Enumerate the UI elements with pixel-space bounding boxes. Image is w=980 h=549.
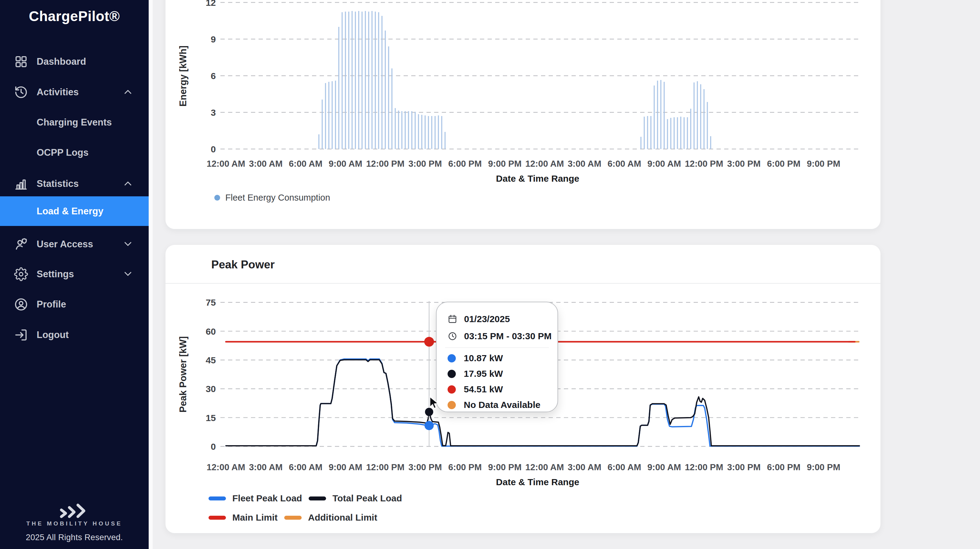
- legend-label: Main Limit: [232, 512, 277, 523]
- sidebar-item-dashboard[interactable]: Dashboard: [0, 47, 149, 76]
- legend-label: Additional Limit: [308, 512, 377, 523]
- sidebar-item-settings[interactable]: Settings: [0, 259, 149, 289]
- legend-item-main-limit[interactable]: Main Limit: [208, 512, 277, 523]
- sidebar-item-ocpp-logs[interactable]: OCPP Logs: [0, 138, 149, 167]
- main-limit-dot-icon: [447, 385, 456, 393]
- fleet-peak-dot-icon: [447, 354, 456, 363]
- app-logo: ChargePilot®: [0, 8, 149, 24]
- legend-label: Total Peak Load: [332, 493, 402, 503]
- additional-limit-dot-icon: [447, 401, 456, 409]
- peak-x-axis-title: Date & Time Range: [496, 477, 579, 487]
- energy-y-axis-title: Energy [kWh]: [178, 46, 189, 107]
- clock-icon: [447, 331, 457, 341]
- chevron-up-icon: [122, 86, 134, 98]
- copyright-text: 2025 All Rights Reserved.: [0, 533, 149, 542]
- energy-legend-item[interactable]: Fleet Energy Consumption: [214, 193, 330, 203]
- tooltip-time-range: 03:15 PM - 03:30 PM: [464, 331, 552, 341]
- legend-dot-icon: [214, 195, 220, 201]
- sidebar-item-label: Logout: [37, 329, 69, 341]
- legend-item-fleet-peak-load[interactable]: Fleet Peak Load: [208, 493, 302, 503]
- sidebar-item-label: Statistics: [37, 178, 79, 189]
- sidebar-item-label: Profile: [37, 299, 66, 310]
- mouse-cursor-icon: [427, 396, 441, 412]
- mobility-house-brand: THE MOBILITY HOUSE: [0, 520, 149, 527]
- sidebar-item-label: OCPP Logs: [37, 147, 89, 158]
- card-header-divider: [165, 283, 880, 284]
- legend-item-additional-limit[interactable]: Additional Limit: [284, 512, 377, 523]
- logout-icon: [14, 328, 28, 342]
- legend-line-icon: [208, 516, 226, 520]
- legend-label: Fleet Peak Load: [232, 493, 302, 503]
- legend-item-total-peak-load[interactable]: Total Peak Load: [309, 493, 402, 503]
- total-peak-dot-icon: [447, 370, 456, 378]
- legend-line-icon: [284, 516, 302, 520]
- sidebar-item-user-access[interactable]: User Access: [0, 230, 149, 259]
- tooltip-date: 01/23/2025: [464, 314, 510, 324]
- legend-line-icon: [208, 496, 226, 500]
- profile-icon: [14, 298, 28, 312]
- sidebar-item-logout[interactable]: Logout: [0, 320, 149, 350]
- tooltip-limit-value: 54.51 kW: [464, 384, 503, 395]
- calendar-icon: [447, 314, 457, 324]
- sidebar-item-activities[interactable]: Activities: [0, 78, 149, 107]
- sidebar-item-label: Activities: [37, 87, 79, 98]
- sidebar-item-profile[interactable]: Profile: [0, 290, 149, 319]
- dashboard-grid-icon: [14, 55, 28, 69]
- sidebar-item-statistics[interactable]: Statistics: [0, 169, 149, 199]
- user-shield-icon: [14, 237, 28, 251]
- page: { "sidebar": { "logo": "ChargePilot®", "…: [0, 0, 980, 549]
- sidebar-scrollbar[interactable]: [149, 0, 153, 549]
- gear-icon: [14, 267, 28, 281]
- tooltip-divider: [445, 347, 549, 348]
- sidebar-item-load-energy[interactable]: Load & Energy: [0, 196, 149, 226]
- chevron-down-icon: [122, 238, 134, 250]
- legend-label: Fleet Energy Consumption: [225, 193, 330, 203]
- chart-tooltip: 01/23/2025 03:15 PM - 03:30 PM 10.87 kW …: [436, 302, 558, 412]
- sidebar-item-label: Settings: [37, 269, 74, 280]
- chevron-down-icon: [122, 268, 134, 280]
- sidebar-item-charging-events[interactable]: Charging Events: [0, 108, 149, 137]
- sidebar: ChargePilot® Dashboard Activities Chargi…: [0, 0, 149, 549]
- sidebar-item-label: Load & Energy: [37, 206, 103, 217]
- energy-x-axis-title: Date & Time Range: [496, 173, 579, 184]
- chevron-up-icon: [122, 178, 134, 190]
- bar-chart-icon: [14, 177, 28, 191]
- legend-line-icon: [309, 496, 326, 500]
- mobility-house-logo-icon: [59, 503, 89, 520]
- tooltip-fleet-value: 10.87 kW: [464, 353, 503, 363]
- tooltip-total-value: 17.95 kW: [464, 369, 503, 379]
- sidebar-item-label: User Access: [37, 239, 93, 250]
- sidebar-item-label: Dashboard: [37, 56, 86, 67]
- tooltip-no-data-label: No Data Available: [464, 400, 540, 410]
- peak-power-title: Peak Power: [211, 258, 275, 271]
- peak-y-axis-title: Peak Power [kW]: [178, 336, 189, 412]
- sidebar-item-label: Charging Events: [37, 117, 112, 128]
- history-icon: [14, 85, 28, 99]
